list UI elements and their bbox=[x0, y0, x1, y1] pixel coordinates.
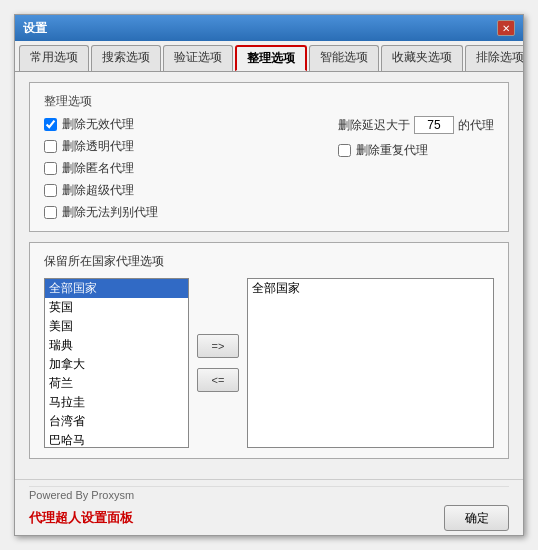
transfer-buttons: => <= bbox=[197, 334, 239, 392]
checkboxes-column: 删除无效代理 删除透明代理 删除匿名代理 删除超级代理 bbox=[44, 116, 318, 221]
countries-section: 保留所在国家代理选项 全部国家 英国 美国 瑞典 加拿大 荷兰 马拉圭 台湾省 … bbox=[29, 242, 509, 459]
delay-label-suffix: 的代理 bbox=[458, 117, 494, 134]
checkbox-row-anonymous[interactable]: 删除匿名代理 bbox=[44, 160, 318, 177]
footer: Powered By Proxysm 代理超人设置面板 确定 bbox=[15, 479, 523, 535]
countries-body: 全部国家 英国 美国 瑞典 加拿大 荷兰 马拉圭 台湾省 巴哈马 德国 日本 法… bbox=[44, 278, 494, 448]
checkbox-label-unknown: 删除无法判别代理 bbox=[62, 204, 158, 221]
list-item[interactable]: 台湾省 bbox=[45, 412, 188, 431]
countries-section-title: 保留所在国家代理选项 bbox=[44, 253, 494, 270]
checkbox-row-unknown[interactable]: 删除无法判别代理 bbox=[44, 204, 318, 221]
organize-options-section: 整理选项 删除无效代理 删除透明代理 删除匿名代理 bbox=[29, 82, 509, 232]
title-controls: ✕ bbox=[497, 20, 515, 36]
checkbox-label-anonymous: 删除匿名代理 bbox=[62, 160, 134, 177]
tab-bar: 常用选项 搜索选项 验证选项 整理选项 智能选项 收藏夹选项 排除选项 bbox=[15, 41, 523, 72]
list-item[interactable]: 全部国家 bbox=[45, 279, 188, 298]
ok-button[interactable]: 确定 bbox=[444, 505, 509, 531]
list-item[interactable]: 瑞典 bbox=[45, 336, 188, 355]
checkbox-duplicate[interactable] bbox=[338, 144, 351, 157]
section-title: 整理选项 bbox=[44, 93, 494, 110]
checkbox-transparent[interactable] bbox=[44, 140, 57, 153]
list-item[interactable]: 荷兰 bbox=[45, 374, 188, 393]
options-grid: 删除无效代理 删除透明代理 删除匿名代理 删除超级代理 bbox=[44, 116, 494, 221]
footer-subtitle: 代理超人设置面板 bbox=[29, 509, 133, 527]
checkbox-label-transparent: 删除透明代理 bbox=[62, 138, 134, 155]
tab-verify[interactable]: 验证选项 bbox=[163, 45, 233, 71]
delay-row: 删除延迟大于 的代理 bbox=[338, 116, 494, 134]
checkbox-label-elite: 删除超级代理 bbox=[62, 182, 134, 199]
delay-input[interactable] bbox=[414, 116, 454, 134]
tab-exclude[interactable]: 排除选项 bbox=[465, 45, 523, 71]
list-item[interactable]: 美国 bbox=[45, 317, 188, 336]
checkbox-row-elite[interactable]: 删除超级代理 bbox=[44, 182, 318, 199]
tab-favorites[interactable]: 收藏夹选项 bbox=[381, 45, 463, 71]
list-item[interactable]: 加拿大 bbox=[45, 355, 188, 374]
title-bar: 设置 ✕ bbox=[15, 15, 523, 41]
list-item[interactable]: 马拉圭 bbox=[45, 393, 188, 412]
right-country-list[interactable]: 全部国家 bbox=[247, 278, 494, 448]
move-left-button[interactable]: <= bbox=[197, 368, 239, 392]
footer-brand: Powered By Proxysm bbox=[29, 486, 509, 501]
delay-label-prefix: 删除延迟大于 bbox=[338, 117, 410, 134]
move-right-button[interactable]: => bbox=[197, 334, 239, 358]
tab-search[interactable]: 搜索选项 bbox=[91, 45, 161, 71]
left-country-list[interactable]: 全部国家 英国 美国 瑞典 加拿大 荷兰 马拉圭 台湾省 巴哈马 德国 日本 法… bbox=[44, 278, 189, 448]
checkbox-label-duplicate: 删除重复代理 bbox=[356, 142, 428, 159]
checkbox-elite[interactable] bbox=[44, 184, 57, 197]
checkbox-invalid[interactable] bbox=[44, 118, 57, 131]
window-title: 设置 bbox=[23, 20, 47, 37]
close-button[interactable]: ✕ bbox=[497, 20, 515, 36]
checkbox-anonymous[interactable] bbox=[44, 162, 57, 175]
checkbox-row-invalid[interactable]: 删除无效代理 bbox=[44, 116, 318, 133]
checkbox-label-invalid: 删除无效代理 bbox=[62, 116, 134, 133]
checkbox-row-transparent[interactable]: 删除透明代理 bbox=[44, 138, 318, 155]
right-options-column: 删除延迟大于 的代理 删除重复代理 bbox=[338, 116, 494, 221]
tab-common[interactable]: 常用选项 bbox=[19, 45, 89, 71]
main-content: 整理选项 删除无效代理 删除透明代理 删除匿名代理 bbox=[15, 72, 523, 479]
list-item[interactable]: 巴哈马 bbox=[45, 431, 188, 448]
checkbox-row-duplicate[interactable]: 删除重复代理 bbox=[338, 142, 494, 159]
list-item[interactable]: 全部国家 bbox=[248, 279, 493, 298]
list-item[interactable]: 英国 bbox=[45, 298, 188, 317]
tab-smart[interactable]: 智能选项 bbox=[309, 45, 379, 71]
footer-bottom: 代理超人设置面板 确定 bbox=[29, 505, 509, 531]
settings-window: 设置 ✕ 常用选项 搜索选项 验证选项 整理选项 智能选项 收藏夹选项 排除选项… bbox=[14, 14, 524, 536]
tab-organize[interactable]: 整理选项 bbox=[235, 45, 307, 71]
checkbox-unknown[interactable] bbox=[44, 206, 57, 219]
